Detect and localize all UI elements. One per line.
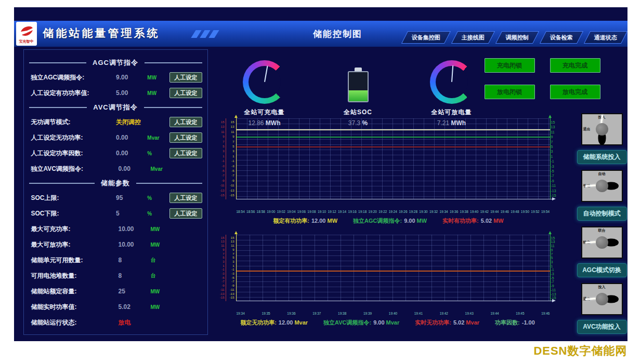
- param-row: 人工设定无功功率:0.00Mvar人工设定: [24, 130, 207, 145]
- param-row: 储能单元可用数量:8台: [24, 252, 207, 268]
- manual-set-button[interactable]: 人工设定: [169, 208, 202, 219]
- manual-set-button[interactable]: 人工设定: [169, 148, 202, 158]
- ess-enable-label[interactable]: 储能系统投入: [577, 150, 627, 164]
- param-row: 独立AVC调频指令:0.00Mvar: [24, 161, 207, 177]
- param-row: 独立AGC调频指令:9.00MW人工设定: [24, 70, 207, 85]
- chart-lines: [237, 118, 550, 199]
- param-row: 最大可充功率:10.00MW: [24, 221, 207, 237]
- gauge-ring-icon: [430, 60, 474, 104]
- control-switches: 投入 退出 储能系统投入 自动 手动 自动控制模式 联合 独立 AGC模式切换: [577, 113, 627, 340]
- discharge-lock-button[interactable]: 放电闭锁: [485, 85, 535, 99]
- gauge-needle: [451, 65, 453, 82]
- reactive-power-chart: 15131197531-1-3-5-7-9-11-13-15 151311975…: [218, 233, 559, 327]
- company-logo: 宝光智中: [16, 22, 37, 46]
- battery-fill: [349, 90, 368, 101]
- section-header-agc: AGC调节指令: [24, 56, 207, 70]
- chart-legend: 额定无功功率:12.00Mvar 独立AVC调频指令:9.00Mvar 实时无功…: [218, 319, 559, 327]
- param-row: 人工设定有功功率值:5.00MW人工设定: [24, 85, 207, 101]
- param-row: SOC下限:5%人工设定: [24, 206, 207, 221]
- decor-stripes: [193, 30, 217, 38]
- section-header-ess-params: 储能参数: [24, 177, 207, 190]
- param-row: 储能站额定容量:25MW: [24, 284, 207, 299]
- nav-tab-device-search[interactable]: 设备检索: [539, 31, 583, 44]
- nav-tab-freq-control[interactable]: 调频控制: [495, 31, 539, 44]
- section-header-avc: AVC调节指令: [24, 101, 207, 114]
- legend-item: 独立AGC调频指令:9.00MW: [353, 217, 427, 225]
- legend-item: 独立AVC调频指令:9.00Mvar: [323, 319, 399, 327]
- nav-tab-device-control-map[interactable]: 设备集控图: [401, 31, 450, 44]
- active-power-chart: 15131197531-1-3-5-7-9-11-13-15 151311975…: [218, 116, 559, 225]
- battery-icon: [348, 68, 369, 104]
- gauge-ring-icon: [243, 60, 286, 104]
- switch-knob-icon: [596, 180, 608, 192]
- manual-set-button[interactable]: 人工设定: [169, 117, 202, 127]
- manual-set-button[interactable]: 人工设定: [169, 88, 202, 98]
- agc-mode-switch[interactable]: 联合 独立: [581, 226, 623, 259]
- watermark: DESN数字储能网: [14, 343, 627, 359]
- param-row: 最大可放功率:10.00MW: [24, 237, 207, 252]
- ems-dashboard: 宝光智中 储能站能量管理系统 储能控制图 设备集控图 主接线图 调频控制 设备检…: [14, 7, 627, 341]
- chart-legend: 额定有功功率:12.00MW 独立AGC调频指令:9.00MW 实时有功功率:5…: [218, 217, 559, 225]
- status-buttons: 充电闭锁 充电完成 放电闭锁 放电完成: [485, 58, 600, 99]
- parameter-panel: AGC调节指令 独立AGC调频指令:9.00MW人工设定 人工设定有功功率值:5…: [23, 49, 208, 335]
- nav-tab-channel-status[interactable]: 通道状态: [583, 31, 627, 44]
- agc-mode-label[interactable]: AGC模式切换: [577, 263, 627, 277]
- switch-knob-icon: [596, 236, 608, 249]
- app-title: 储能站能量管理系统: [43, 26, 160, 41]
- logo-swoosh-icon: [19, 23, 34, 39]
- x-axis-labels: 18:5418:5618:5819:0019:0219:0419:0619:08…: [237, 210, 550, 213]
- manual-set-button[interactable]: 人工设定: [169, 132, 202, 143]
- legend-item: 实时有功功率:5.02MW: [442, 217, 504, 225]
- avc-enable-switch-unit: 投入 退出 AVC功能投入: [577, 283, 627, 334]
- legend-item: 额定无功功率:12.00Mvar: [240, 319, 308, 327]
- legend-item: 实时无功功率:5.02Mvar: [415, 319, 479, 327]
- ess-enable-switch[interactable]: 投入 退出: [581, 113, 623, 145]
- avc-enable-label[interactable]: AVC功能投入: [577, 320, 627, 334]
- param-row: 无功调节模式:关闭调控人工设定: [24, 114, 207, 130]
- param-row: 可用电池堆数量:8台: [24, 268, 207, 284]
- switch-knob-icon: [596, 293, 608, 305]
- gauge-needle: [264, 65, 268, 82]
- param-row: 储能站运行状态:放电: [24, 315, 207, 330]
- nav-tab-main-wiring[interactable]: 主接线图: [451, 31, 494, 44]
- discharge-done-button[interactable]: 放电完成: [550, 85, 600, 99]
- param-row: 储能实时功率值:5.02MW: [24, 299, 207, 315]
- param-row: SOC上限:95%人工设定: [24, 190, 207, 206]
- manual-set-button[interactable]: 人工设定: [169, 72, 202, 83]
- manual-set-button[interactable]: 人工设定: [169, 193, 202, 203]
- param-row: 人工设定功率因数:0.00%人工设定: [24, 145, 207, 161]
- charge-done-button[interactable]: 充电完成: [550, 58, 600, 73]
- charge-lock-button[interactable]: 充电闭锁: [485, 58, 535, 73]
- legend-item: 额定有功功率:12.00MW: [273, 217, 337, 225]
- switch-knob-icon: [596, 123, 608, 136]
- page-title: 储能控制图: [299, 28, 377, 40]
- avc-enable-switch[interactable]: 投入 退出: [581, 283, 623, 315]
- top-nav: 设备集控图 主接线图 调频控制 设备检索 通道状态: [404, 31, 624, 44]
- auto-mode-switch[interactable]: 自动 手动: [581, 170, 623, 202]
- auto-mode-label[interactable]: 自动控制模式: [577, 207, 627, 221]
- x-axis-labels: 19:3419:3519:3619:3719:3819:3919:4019:41…: [237, 312, 550, 315]
- ess-enable-switch-unit: 投入 退出 储能系统投入: [577, 113, 627, 164]
- chart-lines: [237, 235, 550, 301]
- legend-item: 功率因数:-1.00: [495, 319, 537, 327]
- agc-mode-switch-unit: 联合 独立 AGC模式切换: [577, 226, 627, 277]
- auto-mode-switch-unit: 自动 手动 自动控制模式: [577, 170, 627, 221]
- logo-text: 宝光智中: [19, 39, 34, 44]
